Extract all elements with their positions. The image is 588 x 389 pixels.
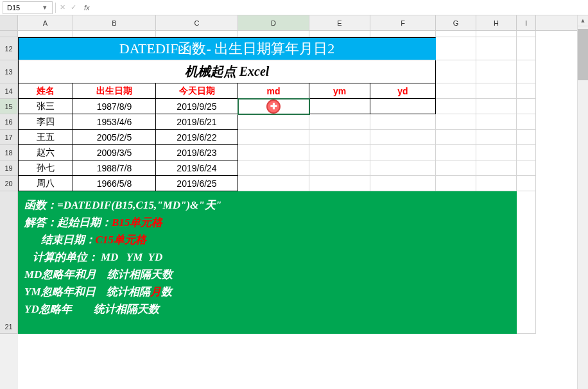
cell[interactable] [476, 31, 517, 37]
cell[interactable] [238, 145, 309, 160]
cell[interactable] [238, 114, 309, 130]
cell-name[interactable]: 赵六 [18, 145, 73, 160]
row-header[interactable]: 12 [0, 37, 18, 60]
cell[interactable] [476, 83, 517, 99]
col-header[interactable]: C [156, 15, 238, 30]
col-header[interactable]: D [238, 15, 309, 30]
row-header[interactable]: 16 [0, 114, 18, 130]
cell[interactable] [18, 31, 73, 37]
cell[interactable] [436, 83, 476, 99]
cell[interactable] [238, 130, 309, 145]
name-box[interactable]: D15 ▾ [3, 1, 53, 14]
cell[interactable] [517, 176, 536, 191]
cell-ym[interactable] [309, 99, 370, 114]
cell[interactable] [436, 31, 476, 37]
cell-name[interactable]: 李四 [18, 114, 73, 130]
header-md[interactable]: md [238, 83, 309, 99]
cell[interactable] [517, 60, 536, 83]
col-header[interactable]: H [476, 15, 517, 30]
cell[interactable] [517, 31, 536, 37]
cell-name[interactable]: 周八 [18, 176, 73, 191]
cell[interactable] [476, 99, 517, 114]
cell[interactable] [370, 160, 436, 176]
row-header[interactable]: 13 [0, 60, 18, 83]
cell-birth[interactable]: 2009/3/5 [73, 145, 156, 160]
cell-name[interactable]: 孙七 [18, 160, 73, 176]
cell[interactable] [517, 37, 536, 60]
cell-today[interactable]: 2019/6/25 [156, 176, 238, 191]
scroll-thumb[interactable] [578, 29, 588, 80]
cell-birth[interactable]: 1988/7/8 [73, 160, 156, 176]
cell-today[interactable]: 2019/9/25 [156, 99, 238, 114]
cell[interactable] [517, 114, 536, 130]
cell[interactable] [156, 31, 238, 37]
title-cell[interactable]: DATEDIF函数- 出生日期算年月日2 [18, 37, 436, 60]
formula-input[interactable] [96, 1, 588, 14]
row-header[interactable]: 19 [0, 160, 18, 176]
cell[interactable] [476, 130, 517, 145]
cell[interactable] [73, 31, 156, 37]
cell[interactable] [436, 176, 476, 191]
fx-label[interactable]: fx [82, 4, 92, 12]
cell[interactable] [476, 114, 517, 130]
cell[interactable] [436, 114, 476, 130]
cell-today[interactable]: 2019/6/24 [156, 160, 238, 176]
cell[interactable] [476, 60, 517, 83]
cell-today[interactable]: 2019/6/21 [156, 114, 238, 130]
header-name[interactable]: 姓名 [18, 83, 73, 99]
cell-md-selected[interactable]: ✚ [238, 99, 309, 114]
col-header[interactable]: A [18, 15, 73, 30]
cell[interactable] [436, 37, 476, 60]
row-header[interactable] [0, 31, 18, 37]
cell[interactable] [370, 31, 436, 37]
cell-today[interactable]: 2019/6/22 [156, 130, 238, 145]
cell[interactable] [517, 191, 536, 334]
cell[interactable] [309, 114, 370, 130]
row-header[interactable]: 17 [0, 130, 18, 145]
row-header[interactable]: 14 [0, 83, 18, 99]
cell-birth[interactable]: 1966/5/8 [73, 176, 156, 191]
cell[interactable] [436, 145, 476, 160]
cell[interactable] [309, 176, 370, 191]
cell[interactable] [436, 99, 476, 114]
subtitle-cell[interactable]: 机械起点 Excel [18, 60, 436, 83]
cell[interactable] [517, 145, 536, 160]
cell[interactable] [309, 145, 370, 160]
cell[interactable] [309, 31, 370, 37]
cell[interactable] [517, 130, 536, 145]
cell-name[interactable]: 张三 [18, 99, 73, 114]
header-ym[interactable]: ym [309, 83, 370, 99]
vertical-scrollbar[interactable]: ▲ [577, 15, 588, 389]
row-header[interactable]: 18 [0, 145, 18, 160]
cell[interactable] [238, 176, 309, 191]
cell[interactable] [517, 99, 536, 114]
cell[interactable] [309, 130, 370, 145]
scroll-up-icon[interactable]: ▲ [578, 15, 588, 26]
cell[interactable] [436, 130, 476, 145]
cell[interactable] [476, 37, 517, 60]
explanation-block[interactable]: 函数：=DATEDIF(B15,C15,"MD")&"天" 解答：起始日期：B1… [18, 191, 517, 334]
cell-birth[interactable]: 2005/2/5 [73, 130, 156, 145]
cell-name[interactable]: 王五 [18, 130, 73, 145]
header-birth[interactable]: 出生日期 [73, 83, 156, 99]
row-header[interactable]: 20 [0, 176, 18, 191]
cell[interactable] [517, 83, 536, 99]
cell-yd[interactable] [370, 99, 436, 114]
cell[interactable] [476, 145, 517, 160]
cell[interactable] [309, 160, 370, 176]
cell[interactable] [436, 160, 476, 176]
row-header[interactable]: 15 [0, 99, 18, 114]
cell[interactable] [476, 160, 517, 176]
cell[interactable] [436, 60, 476, 83]
col-header[interactable]: F [370, 15, 436, 30]
cell[interactable] [370, 114, 436, 130]
cell-birth[interactable]: 1953/4/6 [73, 114, 156, 130]
col-header[interactable]: G [436, 15, 476, 30]
col-header[interactable]: E [309, 15, 370, 30]
header-today[interactable]: 今天日期 [156, 83, 238, 99]
name-box-dropdown-icon[interactable]: ▾ [42, 2, 48, 13]
cell[interactable] [476, 176, 517, 191]
cell-birth[interactable]: 1987/8/9 [73, 99, 156, 114]
cell-today[interactable]: 2019/6/23 [156, 145, 238, 160]
cell[interactable] [517, 160, 536, 176]
